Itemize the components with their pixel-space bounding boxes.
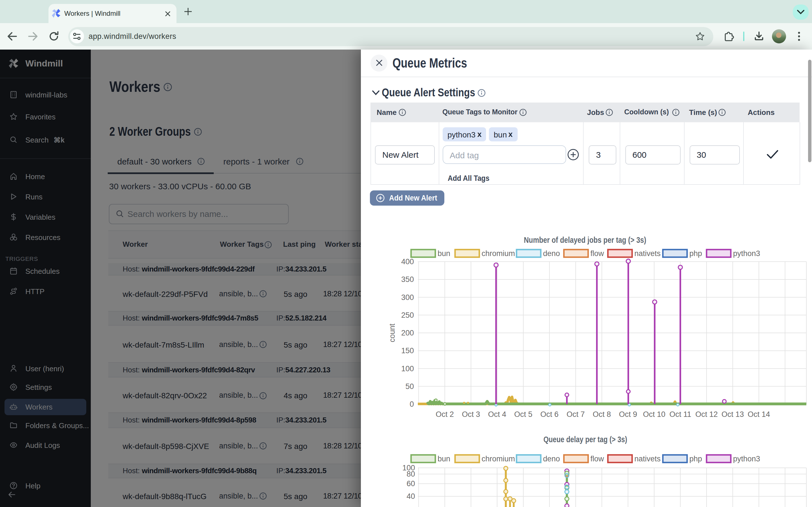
svg-text:300: 300	[401, 293, 414, 302]
svg-text:python3: python3	[733, 455, 760, 463]
svg-text:count: count	[388, 323, 396, 342]
svg-text:250: 250	[401, 311, 414, 320]
svg-text:80: 80	[407, 470, 415, 478]
svg-text:Queue delay per tag (> 3s): Queue delay per tag (> 3s)	[544, 435, 627, 444]
svg-text:nativets: nativets	[635, 455, 661, 463]
svg-text:350: 350	[401, 275, 414, 284]
svg-text:flow: flow	[591, 249, 604, 258]
svg-text:Oct 9: Oct 9	[619, 410, 637, 418]
svg-text:python3: python3	[733, 249, 760, 258]
svg-text:50: 50	[405, 382, 414, 391]
svg-text:Oct 5: Oct 5	[514, 410, 532, 418]
svg-text:nativets: nativets	[635, 249, 661, 258]
svg-text:400: 400	[401, 258, 414, 266]
svg-text:200: 200	[401, 329, 414, 337]
svg-text:Number of delayed jobs per tag: Number of delayed jobs per tag (> 3s)	[524, 235, 646, 244]
svg-text:bun: bun	[438, 455, 450, 463]
svg-text:chromium: chromium	[481, 249, 515, 258]
svg-text:Oct 10: Oct 10	[643, 410, 665, 418]
svg-text:Oct 14: Oct 14	[748, 410, 770, 418]
svg-text:40: 40	[407, 492, 415, 501]
svg-text:php: php	[689, 455, 702, 463]
svg-text:150: 150	[401, 346, 414, 355]
svg-text:deno: deno	[543, 455, 560, 463]
svg-text:Oct 8: Oct 8	[593, 410, 611, 418]
svg-text:bun: bun	[438, 249, 450, 258]
svg-text:Oct 3: Oct 3	[462, 410, 480, 418]
svg-text:Oct 7: Oct 7	[567, 410, 585, 418]
svg-text:Oct 11: Oct 11	[669, 410, 691, 418]
svg-text:100: 100	[401, 364, 414, 373]
svg-text:Oct 2: Oct 2	[436, 410, 454, 418]
svg-text:Oct 13: Oct 13	[721, 410, 744, 418]
svg-text:Oct 12: Oct 12	[695, 410, 718, 418]
svg-text:chromium: chromium	[481, 455, 515, 463]
svg-text:60: 60	[407, 480, 415, 488]
svg-text:deno: deno	[543, 249, 560, 258]
svg-text:0: 0	[410, 400, 414, 408]
svg-text:php: php	[689, 249, 702, 258]
svg-text:flow: flow	[591, 455, 604, 463]
svg-text:Oct 6: Oct 6	[541, 410, 559, 418]
svg-text:Oct 4: Oct 4	[488, 410, 506, 418]
